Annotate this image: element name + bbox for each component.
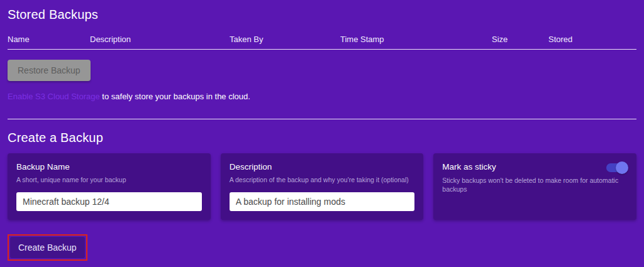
- stored-backups-title: Stored Backups: [8, 8, 636, 22]
- backup-name-input[interactable]: [16, 192, 202, 211]
- s3-note-text: to safely store your backups in the clou…: [100, 92, 250, 101]
- backup-description-hint: A description of the backup and why you'…: [230, 175, 415, 184]
- table-header-divider: [8, 49, 636, 50]
- column-header-time-stamp: Time Stamp: [340, 35, 492, 44]
- create-backup-title: Create a Backup: [8, 131, 636, 145]
- sticky-toggle[interactable]: [606, 163, 626, 172]
- column-header-name: Name: [8, 35, 90, 44]
- mark-as-sticky-card: Mark as sticky Sticky backups won't be d…: [433, 153, 636, 220]
- column-header-description: Description: [90, 35, 230, 44]
- backup-name-hint: A short, unique name for your backup: [16, 175, 202, 184]
- backup-description-card: Description A description of the backup …: [221, 153, 424, 220]
- column-header-taken-by: Taken By: [230, 35, 340, 44]
- column-header-size: Size: [492, 35, 548, 44]
- backup-description-label: Description: [230, 162, 415, 172]
- create-backup-button[interactable]: Create Backup: [10, 237, 85, 258]
- sticky-card-header: Mark as sticky: [442, 162, 628, 172]
- enable-s3-link[interactable]: Enable S3 Cloud Storage: [8, 92, 100, 101]
- sticky-toggle-knob: [616, 161, 628, 174]
- backups-table-header: Name Description Taken By Time Stamp Siz…: [8, 35, 636, 44]
- backup-description-input[interactable]: [230, 192, 415, 211]
- s3-storage-note: Enable S3 Cloud Storage to safely store …: [8, 92, 636, 101]
- mark-as-sticky-label: Mark as sticky: [442, 162, 496, 172]
- restore-backup-button[interactable]: Restore Backup: [8, 60, 91, 81]
- action-highlight-box: Create Backup: [8, 234, 87, 261]
- mark-as-sticky-hint: Sticky backups won't be deleted to make …: [442, 176, 628, 193]
- backup-name-card: Backup Name A short, unique name for you…: [8, 153, 211, 220]
- backups-page: Stored Backups Name Description Taken By…: [0, 0, 644, 267]
- column-header-stored: Stored: [548, 35, 636, 44]
- section-divider: [8, 119, 636, 119]
- backup-form-cards: Backup Name A short, unique name for you…: [8, 153, 636, 220]
- backup-name-label: Backup Name: [16, 162, 202, 172]
